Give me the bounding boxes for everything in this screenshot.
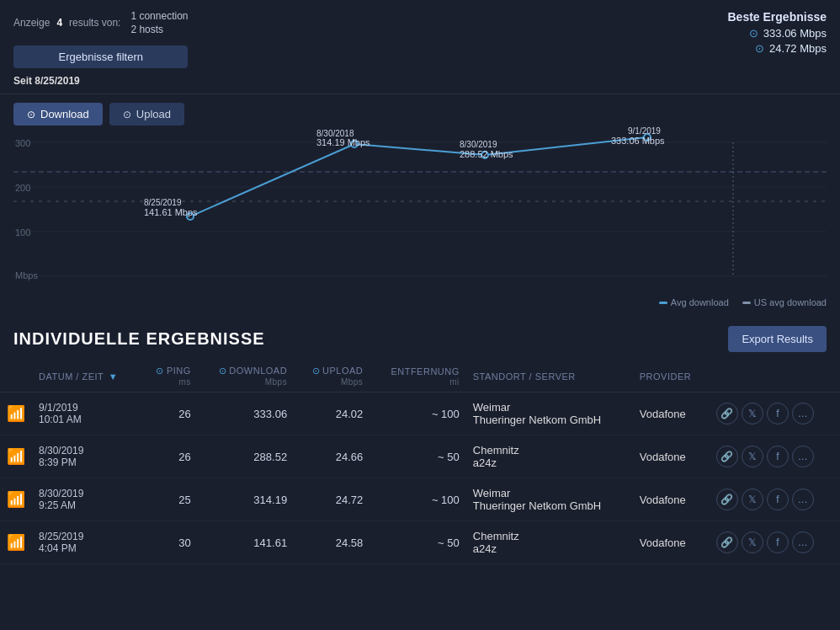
tab-download[interactable]: ⊙ Download	[13, 103, 103, 125]
twitter-icon[interactable]: 𝕏	[742, 489, 763, 510]
time-value: 10:01 AM	[39, 414, 134, 425]
date-value: 8/30/2019	[39, 488, 134, 499]
server-name: a24z	[473, 456, 626, 469]
wifi-icon: 📶	[7, 534, 25, 551]
table-row: 📶 8/25/2019 4:04 PM 30 141.61 24.58 ~ 50…	[0, 521, 840, 564]
download-cell: 288.52	[198, 435, 294, 478]
th-entfernung: ENTFERNUNG mi	[369, 360, 465, 392]
provider-cell: Vodafone	[633, 435, 710, 478]
results-von: results von:	[69, 17, 120, 29]
svg-text:100: 100	[15, 227, 30, 238]
more-icon[interactable]: …	[792, 489, 814, 510]
date-value: 8/30/2019	[39, 445, 134, 456]
distance-cell: ~ 100	[369, 392, 465, 435]
time-value: 9:25 AM	[39, 499, 134, 511]
chart-svg: 300 200 100 Mbps 8/25/2019 141.61 Mbps 8…	[13, 125, 827, 294]
time-value: 4:04 PM	[39, 542, 134, 554]
more-icon[interactable]: …	[792, 403, 814, 424]
table-row: 📶 8/30/2019 9:25 AM 25 314.19 24.72 ~ 10…	[0, 478, 840, 521]
more-icon[interactable]: …	[792, 446, 814, 467]
svg-text:200: 200	[15, 183, 30, 193]
share-icons: 🔗 𝕏 f …	[716, 531, 833, 553]
provider-cell: Vodafone	[633, 392, 710, 435]
ping-cell: 26	[141, 392, 197, 435]
svg-text:300: 300	[15, 138, 30, 148]
export-button[interactable]: Export Results	[728, 326, 827, 352]
share-link-icon[interactable]: 🔗	[716, 446, 738, 467]
wifi-icon: 📶	[7, 448, 25, 465]
top-bar: Anzeige 4 results von: 1 connection 2 ho…	[0, 0, 840, 94]
tab-upload[interactable]: ⊙ Upload	[109, 103, 184, 125]
twitter-icon[interactable]: 𝕏	[742, 531, 763, 553]
share-cell: 🔗 𝕏 f …	[710, 435, 840, 478]
ping-cell: 26	[141, 435, 197, 478]
legend-avg-dot	[659, 302, 667, 304]
share-link-icon[interactable]: 🔗	[716, 403, 738, 424]
th-datum[interactable]: DATUM / ZEIT ▼	[32, 360, 141, 392]
upload-cell: 24.72	[294, 478, 369, 521]
twitter-icon[interactable]: 𝕏	[742, 403, 763, 424]
table-row: 📶 9/1/2019 10:01 AM 26 333.06 24.02 ~ 10…	[0, 392, 840, 435]
seit-text: Seit 8/25/2019	[13, 75, 188, 87]
sort-arrow: ▼	[109, 371, 118, 382]
more-icon[interactable]: …	[792, 531, 814, 553]
location-cell: Weimar Thueringer Netkom GmbH	[466, 478, 633, 521]
location-name: Weimar	[473, 487, 626, 499]
ping-cell: 25	[141, 478, 197, 521]
distance-cell: ~ 50	[369, 521, 465, 564]
facebook-icon[interactable]: f	[767, 489, 789, 510]
results-count: 4	[56, 17, 62, 29]
svg-text:288.52 Mbps: 288.52 Mbps	[460, 149, 513, 159]
download-tab-icon: ⊙	[27, 109, 35, 120]
facebook-icon[interactable]: f	[767, 531, 789, 553]
location-cell: Chemnitz a24z	[466, 435, 633, 478]
date-value: 8/25/2019	[39, 531, 134, 542]
upload-cell: 24.58	[294, 521, 369, 564]
location-name: Chemnitz	[473, 530, 626, 542]
share-link-icon[interactable]: 🔗	[716, 489, 738, 510]
legend-us-avg: US avg download	[742, 297, 827, 307]
connection-info: 1 connection 2 hosts	[130, 10, 188, 35]
share-cell: 🔗 𝕏 f …	[710, 478, 840, 521]
location-cell: Chemnitz a24z	[466, 521, 633, 564]
table-row: 📶 8/30/2019 8:39 PM 26 288.52 24.66 ~ 50…	[0, 435, 840, 478]
individuelle-title: INDIVIDUELLE ERGEBNISSE	[13, 329, 265, 349]
server-name: Thueringer Netkom GmbH	[473, 499, 626, 512]
twitter-icon[interactable]: 𝕏	[742, 446, 763, 467]
svg-text:9/1/2019: 9/1/2019	[628, 126, 661, 136]
anzeige-row: Anzeige 4 results von: 1 connection 2 ho…	[13, 10, 188, 35]
facebook-icon[interactable]: f	[767, 403, 789, 424]
upload-tab-icon: ⊙	[123, 109, 131, 120]
server-name: a24z	[473, 542, 626, 555]
beste-download-value: 333.06 Mbps	[763, 27, 827, 40]
location-cell: Weimar Thueringer Netkom GmbH	[466, 392, 633, 435]
legend-avg-download: Avg download	[659, 297, 729, 307]
seit-date: 8/25/2019	[35, 75, 79, 87]
filter-button[interactable]: Ergebnisse filtern	[13, 45, 188, 68]
download-cell: 333.06	[198, 392, 294, 435]
ping-cell: 30	[141, 521, 197, 564]
hosts-count: 2 hosts	[130, 24, 188, 35]
svg-text:8/30/2019: 8/30/2019	[460, 140, 497, 149]
legend-us-avg-label: US avg download	[754, 297, 827, 307]
wifi-cell: 📶	[0, 478, 32, 521]
chart-wrapper: 300 200 100 Mbps 8/25/2019 141.61 Mbps 8…	[0, 125, 840, 294]
date-value: 9/1/2019	[39, 402, 134, 414]
facebook-icon[interactable]: f	[767, 446, 789, 467]
share-link-icon[interactable]: 🔗	[716, 531, 738, 553]
date-cell: 8/25/2019 4:04 PM	[32, 521, 141, 564]
svg-text:314.19 Mbps: 314.19 Mbps	[316, 137, 370, 147]
table-header-row: DATUM / ZEIT ▼ ⊙PING ms ⊙DOWNLOAD Mbps ⊙…	[0, 360, 840, 392]
share-cell: 🔗 𝕏 f …	[710, 392, 840, 435]
share-icons: 🔗 𝕏 f …	[716, 489, 833, 510]
legend-us-avg-dot	[742, 302, 751, 304]
table-body: 📶 9/1/2019 10:01 AM 26 333.06 24.02 ~ 10…	[0, 392, 840, 564]
wifi-icon: 📶	[7, 405, 25, 422]
wifi-cell: 📶	[0, 521, 32, 564]
upload-cell: 24.66	[294, 435, 369, 478]
th-upload: ⊙UPLOAD Mbps	[294, 360, 369, 392]
th-ping: ⊙PING ms	[141, 360, 197, 392]
upload-cell: 24.02	[294, 392, 369, 435]
upload-col-icon: ⊙	[312, 366, 321, 376]
wifi-cell: 📶	[0, 392, 32, 435]
